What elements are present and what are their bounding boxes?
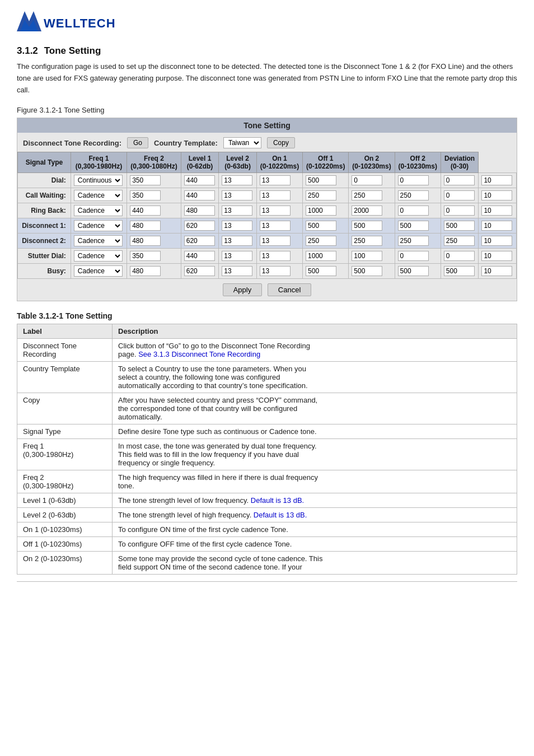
level2-input[interactable] (260, 190, 291, 200)
off2-cell[interactable] (441, 188, 479, 203)
off2-input[interactable] (444, 221, 475, 231)
off1-input[interactable] (352, 251, 382, 261)
signal-type-cell[interactable]: ContinuousCadence (71, 188, 127, 203)
apply-button[interactable]: Apply (223, 283, 263, 296)
off2-cell[interactable] (441, 249, 479, 264)
freq2-input[interactable] (184, 251, 215, 261)
off1-cell[interactable] (349, 188, 395, 203)
freq2-cell[interactable] (181, 203, 219, 218)
level2-cell[interactable] (256, 188, 302, 203)
level1-input[interactable] (222, 221, 252, 231)
signal-type-select[interactable]: ContinuousCadence (74, 250, 123, 262)
on1-cell[interactable] (303, 249, 349, 264)
freq2-input[interactable] (184, 266, 215, 276)
level1-input[interactable] (222, 206, 252, 216)
signal-type-cell[interactable]: ContinuousCadence (71, 234, 127, 249)
level1-input[interactable] (222, 175, 252, 185)
on2-cell[interactable] (395, 249, 441, 264)
on1-cell[interactable] (303, 218, 349, 234)
level1-input[interactable] (222, 266, 252, 276)
on1-input[interactable] (306, 175, 336, 185)
level1-input[interactable] (222, 236, 252, 246)
on1-cell[interactable] (303, 234, 349, 249)
deviation-input[interactable] (481, 175, 512, 185)
level2-input[interactable] (260, 251, 291, 261)
off1-input[interactable] (352, 206, 382, 216)
level1-cell[interactable] (219, 173, 257, 188)
off1-input[interactable] (352, 175, 382, 185)
signal-type-select[interactable]: ContinuousCadence (74, 190, 123, 201)
signal-type-cell[interactable]: ContinuousCadence (71, 203, 127, 218)
off1-cell[interactable] (349, 203, 395, 218)
level1-cell[interactable] (219, 188, 257, 203)
freq2-cell[interactable] (181, 218, 219, 234)
on2-cell[interactable] (395, 203, 441, 218)
deviation-cell[interactable] (479, 188, 517, 203)
signal-type-cell[interactable]: ContinuousCadence (71, 173, 127, 188)
deviation-input[interactable] (481, 206, 512, 216)
cancel-button[interactable]: Cancel (268, 283, 311, 296)
freq1-input[interactable] (130, 175, 161, 185)
freq1-cell[interactable] (127, 173, 181, 188)
off2-input[interactable] (444, 266, 475, 276)
on2-cell[interactable] (395, 173, 441, 188)
deviation-input[interactable] (481, 251, 512, 261)
off1-cell[interactable] (349, 264, 395, 279)
on1-input[interactable] (306, 266, 336, 276)
level1-cell[interactable] (219, 234, 257, 249)
signal-type-select[interactable]: ContinuousCadence (74, 220, 123, 231)
on1-cell[interactable] (303, 173, 349, 188)
off2-input[interactable] (444, 190, 475, 200)
level1-cell[interactable] (219, 264, 257, 279)
freq2-cell[interactable] (181, 173, 219, 188)
signal-type-cell[interactable]: ContinuousCadence (71, 218, 127, 234)
off2-cell[interactable] (441, 218, 479, 234)
freq2-input[interactable] (184, 236, 215, 246)
go-button[interactable]: Go (127, 137, 148, 148)
off1-cell[interactable] (349, 218, 395, 234)
freq2-input[interactable] (184, 221, 215, 231)
on1-cell[interactable] (303, 188, 349, 203)
off1-input[interactable] (352, 236, 382, 246)
on2-input[interactable] (398, 206, 429, 216)
deviation-cell[interactable] (479, 203, 517, 218)
level1-cell[interactable] (219, 203, 257, 218)
freq1-input[interactable] (130, 251, 161, 261)
level1-cell[interactable] (219, 249, 257, 264)
level2-input[interactable] (260, 175, 291, 185)
off2-input[interactable] (444, 251, 475, 261)
level2-cell[interactable] (256, 218, 302, 234)
off1-input[interactable] (352, 190, 382, 200)
level2-input[interactable] (260, 221, 291, 231)
freq1-cell[interactable] (127, 264, 181, 279)
level2-input[interactable] (260, 206, 291, 216)
freq2-cell[interactable] (181, 234, 219, 249)
on2-input[interactable] (398, 266, 429, 276)
freq1-cell[interactable] (127, 234, 181, 249)
on2-input[interactable] (398, 251, 429, 261)
freq2-input[interactable] (184, 206, 215, 216)
on1-input[interactable] (306, 206, 336, 216)
on2-cell[interactable] (395, 264, 441, 279)
on2-input[interactable] (398, 221, 429, 231)
signal-type-select[interactable]: ContinuousCadence (74, 265, 123, 277)
freq2-cell[interactable] (181, 188, 219, 203)
off2-cell[interactable] (441, 173, 479, 188)
freq1-cell[interactable] (127, 218, 181, 234)
deviation-input[interactable] (481, 190, 512, 200)
deviation-cell[interactable] (479, 173, 517, 188)
deviation-input[interactable] (481, 266, 512, 276)
off2-cell[interactable] (441, 203, 479, 218)
level1-input[interactable] (222, 190, 252, 200)
deviation-cell[interactable] (479, 234, 517, 249)
off2-input[interactable] (444, 236, 475, 246)
on1-input[interactable] (306, 251, 336, 261)
freq2-cell[interactable] (181, 249, 219, 264)
freq1-cell[interactable] (127, 188, 181, 203)
off1-cell[interactable] (349, 173, 395, 188)
on2-cell[interactable] (395, 218, 441, 234)
on1-cell[interactable] (303, 264, 349, 279)
off2-input[interactable] (444, 175, 475, 185)
off1-cell[interactable] (349, 234, 395, 249)
freq1-cell[interactable] (127, 249, 181, 264)
